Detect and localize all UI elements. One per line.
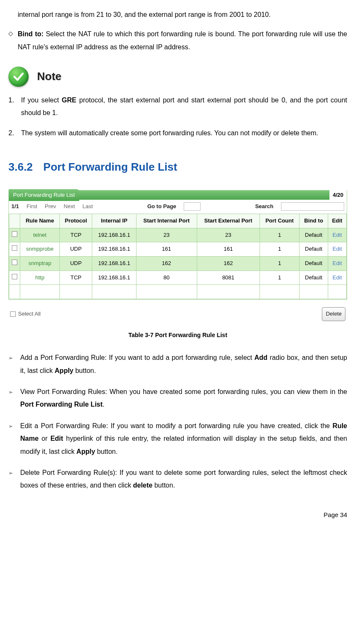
goto-page-input[interactable]	[184, 202, 201, 211]
table-header: Edit	[328, 214, 346, 228]
table-cell: UDP	[60, 256, 92, 271]
table-header: Port Count	[260, 214, 299, 228]
last-link[interactable]: Last	[83, 201, 93, 212]
table-footer: Select All Delete	[8, 303, 347, 321]
arrow-bullet-icon: ➢	[8, 351, 20, 377]
note-text: The system will automatically create som…	[21, 127, 347, 139]
search-input[interactable]	[281, 202, 344, 211]
table-cell: Default	[300, 228, 328, 242]
note-item: 2.The system will automatically create s…	[8, 127, 347, 139]
select-all[interactable]: Select All	[10, 309, 40, 319]
goto-label: Go to Page	[147, 201, 177, 212]
table-cell: 23	[197, 228, 260, 242]
table-cell: UDP	[60, 242, 92, 257]
note-item: 1.If you select GRE protocol, the start …	[8, 94, 347, 120]
rule-name-link[interactable]: snmptrap	[20, 256, 60, 271]
row-checkbox[interactable]	[12, 274, 17, 279]
table-cell: Default	[300, 256, 328, 271]
table-title-row: Port Forwarding Rule List 4/20	[9, 190, 347, 200]
table-header: Internal IP	[92, 214, 136, 228]
page-indicator: 1/1	[11, 201, 19, 212]
table-nav-row: 1/1 First Prev Next Last Go to Page Sear…	[9, 200, 347, 214]
table-count: 4/20	[329, 189, 347, 201]
table-cell	[20, 285, 60, 299]
rule-name-link[interactable]: telnet	[20, 228, 60, 242]
select-all-checkbox[interactable]	[10, 311, 16, 317]
table-header: Start Internal Port	[136, 214, 197, 228]
section-title: Port Forwarding Rule List	[43, 161, 177, 173]
arrow-text: Add a Port Forwarding Rule: If you want …	[20, 351, 347, 377]
table-cell: Default	[300, 242, 328, 257]
table-cell: TCP	[60, 228, 92, 242]
arrow-text: Edit a Port Forwarding Rule: If you want…	[20, 420, 347, 458]
table-row	[9, 285, 347, 299]
table-row: httpTCP192.168.16.18080811DefaultEdit	[9, 271, 347, 285]
first-link[interactable]: First	[27, 201, 37, 212]
table-cell	[92, 285, 136, 299]
edit-link[interactable]: Edit	[328, 271, 346, 285]
table-cell	[260, 285, 299, 299]
table-cell: 161	[136, 242, 197, 257]
arrow-bullet-icon: ➢	[8, 420, 20, 458]
arrow-item: ➢Edit a Port Forwarding Rule: If you wan…	[8, 420, 347, 458]
edit-link[interactable]: Edit	[328, 256, 346, 271]
row-checkbox[interactable]	[12, 260, 17, 265]
prev-link[interactable]: Prev	[45, 201, 56, 212]
next-link[interactable]: Next	[64, 201, 75, 212]
table-cell: 80	[136, 271, 197, 285]
select-all-label: Select All	[18, 309, 40, 319]
delete-button[interactable]: Delete	[322, 307, 345, 321]
bind-to-label: Bind to:	[18, 30, 43, 38]
arrow-text: View Port Forwarding Rules: When you hav…	[20, 386, 347, 411]
table-row: snmptrapUDP192.168.16.11621621DefaultEdi…	[9, 256, 347, 271]
diamond-text: Bind to: Select the NAT rule to which th…	[18, 28, 347, 54]
diamond-bullet-icon: ◇	[8, 28, 18, 54]
edit-link[interactable]: Edit	[328, 228, 346, 242]
table-cell	[9, 242, 20, 257]
arrow-bullet-icon: ➢	[8, 386, 20, 411]
table-caption: Table 3-7 Port Forwarding Rule List	[8, 330, 347, 341]
arrow-item: ➢View Port Forwarding Rules: When you ha…	[8, 386, 347, 411]
arrow-item: ➢Add a Port Forwarding Rule: If you want…	[8, 351, 347, 377]
table-row: telnetTCP192.168.16.123231DefaultEdit	[9, 228, 347, 242]
note-number: 1.	[8, 94, 21, 120]
table-cell	[9, 285, 20, 299]
table-cell	[136, 285, 197, 299]
table-cell: 23	[136, 228, 197, 242]
rule-name-link[interactable]: snmpprobe	[20, 242, 60, 257]
edit-link[interactable]: Edit	[328, 242, 346, 257]
table-header: Protocol	[60, 214, 92, 228]
table-cell: 161	[197, 242, 260, 257]
table-header: Start External Port	[197, 214, 260, 228]
table-cell	[197, 285, 260, 299]
section-heading: 3.6.2Port Forwarding Rule List	[8, 157, 347, 177]
page-footer: Page 34	[8, 509, 347, 521]
table-cell: 1	[260, 271, 299, 285]
section-number: 3.6.2	[8, 161, 33, 173]
table-cell	[9, 228, 20, 242]
top-paragraph: internal port range is from 21 to 30, an…	[18, 8, 347, 21]
table-cell	[300, 285, 328, 299]
table-cell: 192.168.16.1	[92, 271, 136, 285]
arrow-bullet-icon: ➢	[8, 466, 20, 492]
table-header	[9, 214, 20, 228]
table-cell: 192.168.16.1	[92, 228, 136, 242]
table-cell: Default	[300, 271, 328, 285]
row-checkbox[interactable]	[12, 245, 17, 251]
search-label: Search	[255, 201, 273, 212]
table-cell: 8081	[197, 271, 260, 285]
table-row: snmpprobeUDP192.168.16.11611611DefaultEd…	[9, 242, 347, 257]
table-cell	[9, 256, 20, 271]
table-header: Bind to	[300, 214, 328, 228]
table-cell: 192.168.16.1	[92, 256, 136, 271]
table-title: Port Forwarding Rule List	[9, 189, 79, 201]
note-label: Note	[37, 66, 62, 87]
note-block: Note	[8, 66, 347, 87]
table-cell: 1	[260, 242, 299, 257]
rule-name-link[interactable]: http	[20, 271, 60, 285]
row-checkbox[interactable]	[12, 231, 17, 237]
table-header: Rule Name	[20, 214, 60, 228]
table-container: Port Forwarding Rule List 4/20 1/1 First…	[8, 190, 347, 300]
table-cell: 162	[197, 256, 260, 271]
arrow-text: Delete Port Forwarding Rule(s): If you w…	[20, 466, 347, 492]
